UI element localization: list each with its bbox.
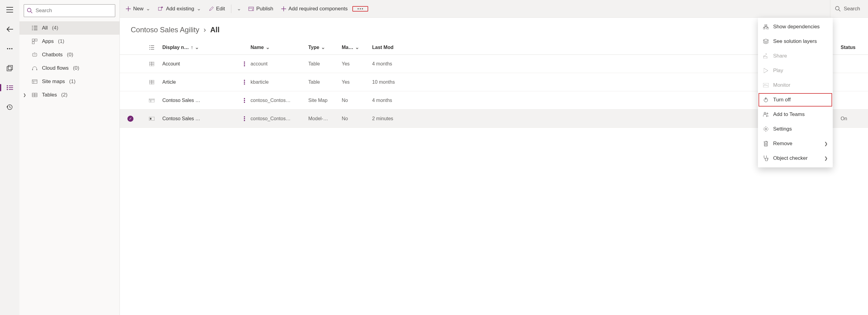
column-status[interactable]: Status — [841, 45, 868, 50]
menu-item-teams[interactable]: Add to Teams — [758, 107, 833, 122]
cmd-label: New — [133, 6, 144, 12]
column-display-name[interactable]: Display n… ↑ ⌄ — [162, 45, 238, 50]
table: Display n… ↑ ⌄ Name ⌄ Type ⌄ Ma… ⌄ — [120, 37, 868, 128]
nav-label: Tables — [42, 92, 57, 98]
table-row[interactable]: AccountaccountTableYes4 months — [120, 55, 868, 73]
left-rail — [0, 0, 20, 315]
table-row[interactable]: ArticlekbarticleTableYes10 months — [120, 73, 868, 91]
nav-item-sitemaps[interactable]: Site maps (1) — [20, 75, 120, 88]
edit-button[interactable]: Edit — [206, 4, 228, 14]
row-managed: No — [342, 116, 372, 121]
svg-point-9 — [27, 8, 31, 12]
back-icon[interactable] — [4, 23, 16, 35]
search-input[interactable] — [24, 4, 115, 17]
menu-item-monitor: Monitor — [758, 78, 833, 92]
ellipsis-icon[interactable] — [4, 42, 16, 55]
row-type-icon — [141, 62, 162, 66]
publish-button[interactable]: Publish — [245, 4, 276, 14]
row-type: Table — [308, 80, 342, 85]
menu-label: Remove — [773, 141, 792, 147]
svg-point-51 — [765, 128, 767, 130]
svg-point-6 — [7, 87, 8, 88]
svg-point-37 — [244, 102, 245, 103]
column-modified[interactable]: Last Mod — [372, 45, 433, 50]
search-label: Search — [844, 6, 860, 12]
table-row[interactable]: ✓Contoso Sales …contoso_Contos…Model-…No… — [120, 110, 868, 128]
context-menu: Show dependenciesSee solution layersShar… — [758, 18, 833, 167]
nav-item-all[interactable]: All (4) — [20, 21, 120, 35]
row-more-button[interactable] — [238, 61, 250, 66]
breadcrumb-root[interactable]: Contoso Sales Agility — [131, 26, 199, 34]
menu-item-layers[interactable]: See solution layers — [758, 34, 833, 49]
row-display-name: Article — [162, 80, 238, 85]
svg-point-0 — [7, 48, 8, 49]
svg-rect-46 — [764, 57, 767, 58]
menu-item-share: Share — [758, 49, 833, 63]
list-icon — [32, 26, 38, 30]
column-type[interactable]: Type ⌄ — [308, 45, 342, 50]
nav-item-tables[interactable]: ❯ Tables (2) — [20, 88, 120, 102]
svg-point-40 — [244, 116, 245, 117]
add-required-button[interactable]: Add required components — [278, 4, 351, 14]
nav-item-chatbots[interactable]: Chatbots (0) — [20, 48, 120, 61]
chevron-right-icon: ❯ — [824, 141, 828, 146]
row-more-button[interactable] — [238, 80, 250, 85]
menu-item-power[interactable]: Turn off — [758, 92, 833, 107]
objects-icon[interactable] — [4, 82, 16, 94]
more-commands-button[interactable] — [352, 6, 368, 11]
column-managed[interactable]: Ma… ⌄ — [342, 45, 372, 50]
row-more-button[interactable] — [238, 98, 250, 103]
column-icon-header[interactable] — [141, 45, 162, 50]
row-managed: Yes — [342, 80, 372, 85]
svg-point-49 — [764, 112, 766, 114]
search-right[interactable]: Search — [830, 0, 865, 17]
separator — [231, 5, 231, 13]
row-display-name: Contoso Sales … — [162, 98, 238, 103]
command-bar: New ⌄ Add existing ⌄ Edit ⌄ Publish — [120, 0, 868, 18]
checkmark-icon: ✓ — [127, 116, 133, 122]
table-row[interactable]: Contoso Sales …contoso_Contos…Site MapNo… — [120, 91, 868, 110]
nav-count: (1) — [58, 38, 64, 45]
history-icon[interactable] — [4, 101, 16, 113]
chevron-down-icon: ⌄ — [321, 45, 325, 50]
menu-label: Monitor — [773, 82, 790, 88]
menu-item-gear[interactable]: Settings — [758, 122, 833, 136]
chevron-down-icon: ⌄ — [355, 45, 359, 50]
solutions-icon[interactable] — [4, 62, 16, 74]
row-status: On — [841, 116, 868, 121]
menu-item-steth[interactable]: Object checker❯ — [758, 151, 833, 166]
menu-item-trash[interactable]: Remove❯ — [758, 136, 833, 151]
svg-point-29 — [244, 65, 245, 66]
svg-rect-34 — [149, 98, 154, 102]
edit-split-button[interactable]: ⌄ — [235, 4, 244, 14]
new-button[interactable]: New ⌄ — [123, 4, 153, 14]
nav-count: (4) — [52, 25, 58, 31]
nav-item-cloudflows[interactable]: Cloud flows (0) — [20, 61, 120, 75]
menu-label: Play — [773, 67, 783, 74]
row-display-name: Account — [162, 61, 238, 67]
search-field[interactable] — [36, 8, 112, 14]
menu-item-deps[interactable]: Show dependencies — [758, 20, 833, 34]
main: New ⌄ Add existing ⌄ Edit ⌄ Publish — [120, 0, 868, 315]
svg-point-42 — [244, 120, 245, 121]
row-display-name: Contoso Sales … — [162, 116, 238, 121]
plus-icon — [281, 6, 286, 11]
row-modified: 4 months — [372, 98, 433, 103]
row-managed: Yes — [342, 61, 372, 67]
chevron-right-icon[interactable]: ❯ — [23, 93, 26, 97]
column-name[interactable]: Name ⌄ — [250, 45, 308, 50]
row-select[interactable]: ✓ — [120, 116, 141, 122]
chevron-right-icon: › — [204, 26, 206, 34]
row-more-button[interactable] — [238, 116, 250, 121]
sidebar: All (4) Apps (1) Chatbots (0) Cloud flow… — [20, 0, 120, 315]
nav-item-apps[interactable]: Apps (1) — [20, 35, 120, 48]
svg-point-14 — [34, 55, 34, 55]
add-existing-button[interactable]: Add existing ⌄ — [155, 4, 204, 14]
nav-tree: All (4) Apps (1) Chatbots (0) Cloud flow… — [20, 20, 120, 103]
hamburger-icon[interactable] — [4, 4, 16, 16]
svg-rect-10 — [32, 39, 34, 41]
nav-label: All — [42, 25, 48, 31]
teams-icon — [763, 112, 769, 117]
svg-point-5 — [7, 85, 8, 86]
nav-label: Chatbots — [42, 52, 63, 58]
